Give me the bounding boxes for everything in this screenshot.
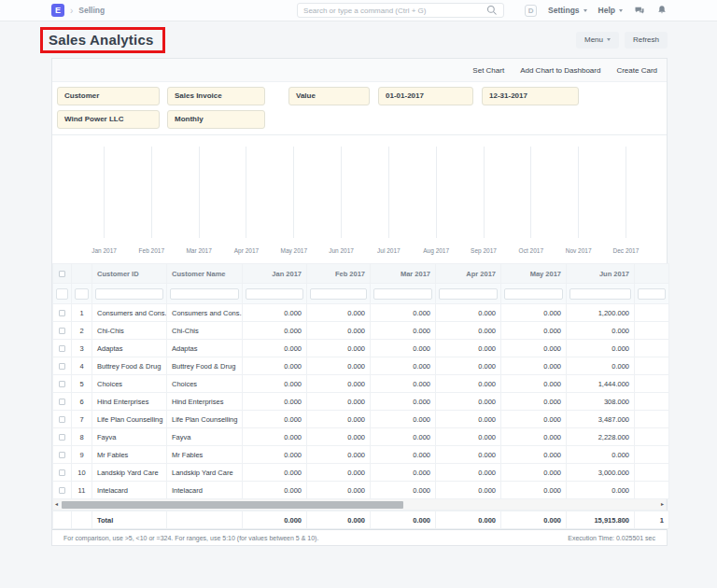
cell-month-value: 0.000 — [436, 340, 501, 357]
column-filter-input[interactable] — [504, 288, 563, 300]
cell-month-value: 0.000 — [501, 464, 567, 482]
column-filter-input[interactable] — [569, 288, 631, 300]
total-month-value: 0.000 — [501, 511, 567, 529]
app-logo[interactable]: E — [51, 4, 64, 17]
chart-gridline: Jan 2017 — [104, 147, 105, 254]
chat-icon[interactable] — [634, 5, 645, 16]
row-checkbox-cell — [53, 375, 72, 393]
scroll-left-arrow-icon[interactable]: ◂ — [55, 499, 58, 510]
cell-month-value: 0.000 — [371, 322, 436, 340]
report-chart: Jan 2017Feb 2017Mar 2017Apr 2017May 2017… — [52, 135, 667, 263]
filter-input-value[interactable]: Value — [288, 87, 370, 105]
gridline — [484, 147, 485, 238]
column-header[interactable]: Jun 2017 — [567, 264, 635, 284]
filter-row-1: CustomerSales InvoiceValue01-01-201712-3… — [57, 87, 662, 105]
menu-button[interactable]: Menu — [576, 32, 619, 49]
cell-month-value: 0.000 — [371, 375, 436, 393]
cell-month-value: 0.000 — [371, 393, 436, 411]
cell-clipped — [635, 340, 669, 357]
cell-month-value: 0.000 — [371, 304, 436, 322]
notifications-bell-icon[interactable] — [656, 5, 668, 16]
gridline — [151, 147, 152, 238]
select-all-checkbox[interactable] — [59, 271, 65, 277]
row-checkbox[interactable] — [59, 363, 65, 370]
add-chart-to-dashboard-button[interactable]: Add Chart to Dashboard — [520, 66, 600, 75]
row-checkbox-cell — [53, 428, 72, 446]
column-filter-input[interactable] — [439, 288, 498, 300]
cell-month-value: 0.000 — [371, 446, 436, 464]
column-filter-input[interactable] — [95, 288, 163, 300]
filter-input-monthly[interactable]: Monthly — [167, 110, 265, 129]
row-checkbox[interactable] — [59, 452, 65, 458]
create-card-button[interactable]: Create Card — [616, 66, 657, 75]
column-header[interactable]: May 2017 — [501, 264, 567, 284]
row-checkbox[interactable] — [59, 345, 65, 352]
filter-input-sales-invoice[interactable]: Sales Invoice — [167, 87, 265, 105]
help-menu[interactable]: Help — [598, 6, 623, 15]
total-checkbox-cell — [53, 511, 72, 529]
row-checkbox[interactable] — [59, 310, 65, 316]
horizontal-scrollbar[interactable]: ◂ ▸ — [52, 499, 667, 511]
column-header[interactable]: Customer Name — [167, 264, 243, 284]
cell-customer-name: Life Plan Counselling — [167, 411, 243, 428]
column-header[interactable]: Apr 2017 — [436, 264, 501, 284]
chevron-down-icon — [607, 38, 611, 41]
cell-customer-name: Adaptas — [167, 340, 243, 357]
set-chart-button[interactable]: Set Chart — [472, 66, 504, 75]
menu-label: Menu — [584, 35, 603, 44]
column-header[interactable]: Jan 2017 — [243, 264, 307, 284]
row-checkbox[interactable] — [59, 399, 65, 405]
column-filter-input[interactable] — [75, 288, 89, 300]
row-checkbox[interactable] — [59, 416, 65, 423]
cell-month-value: 0.000 — [501, 340, 567, 357]
cell-clipped — [635, 411, 669, 428]
row-checkbox[interactable] — [59, 469, 65, 476]
user-avatar[interactable]: D — [525, 5, 537, 17]
row-checkbox-cell — [53, 393, 72, 411]
row-serial: 9 — [72, 446, 92, 464]
cell-month-value: 0.000 — [243, 482, 307, 499]
cell-month-value: 0.000 — [567, 482, 635, 499]
filter-input-wind-power-llc[interactable]: Wind Power LLC — [57, 110, 160, 129]
cell-month-value: 0.000 — [436, 322, 501, 340]
filter-input-12-31-2017[interactable]: 12-31-2017 — [482, 87, 579, 105]
cell-month-value: 0.000 — [371, 340, 436, 357]
cell-month-value: 0.000 — [436, 428, 501, 446]
cell-month-value: 0.000 — [501, 482, 567, 499]
cell-month-value: 0.000 — [307, 428, 371, 446]
total-month-value: 0.000 — [243, 511, 307, 529]
navbar-right: D Settings Help — [525, 5, 668, 17]
column-filter-input[interactable] — [638, 288, 666, 300]
gridline — [199, 147, 200, 238]
column-filter-input[interactable] — [246, 288, 303, 300]
column-filter-input[interactable] — [170, 288, 239, 300]
filter-input-01-01-2017[interactable]: 01-01-2017 — [378, 87, 473, 105]
column-filter-input[interactable] — [310, 288, 367, 300]
total-clipped-value: 1 — [635, 511, 669, 529]
scroll-right-arrow-icon[interactable]: ▸ — [661, 499, 664, 510]
global-search-input[interactable]: Search or type a command (Ctrl + G) — [297, 3, 504, 18]
chart-gridline: Dec 2017 — [626, 147, 626, 254]
annotation-red-box: Sales Analytics — [40, 27, 165, 53]
cell-month-value: 0.000 — [307, 322, 371, 340]
cell-month-value: 0.000 — [501, 393, 567, 411]
refresh-button[interactable]: Refresh — [625, 32, 668, 49]
cell-customer-name: Choices — [167, 375, 243, 393]
breadcrumb-selling[interactable]: Selling — [78, 6, 105, 15]
scrollbar-thumb[interactable] — [62, 501, 403, 509]
filter-input-customer[interactable]: Customer — [57, 87, 160, 105]
settings-menu[interactable]: Settings — [548, 6, 587, 15]
report-card: Set Chart Add Chart to Dashboard Create … — [51, 58, 668, 546]
column-filter-input[interactable] — [373, 288, 432, 300]
row-checkbox[interactable] — [59, 434, 65, 441]
column-header[interactable]: Feb 2017 — [307, 264, 371, 284]
column-filter-input[interactable] — [56, 288, 68, 300]
column-header[interactable]: Mar 2017 — [371, 264, 436, 284]
column-header-clipped[interactable] — [635, 264, 669, 284]
page-head: Sales Analytics Menu Refresh — [0, 21, 717, 58]
row-checkbox[interactable] — [59, 328, 65, 334]
cell-customer-id: Mr Fables — [92, 446, 167, 464]
column-header[interactable]: Customer ID — [92, 264, 167, 284]
row-checkbox[interactable] — [59, 487, 65, 494]
row-checkbox[interactable] — [59, 381, 65, 387]
